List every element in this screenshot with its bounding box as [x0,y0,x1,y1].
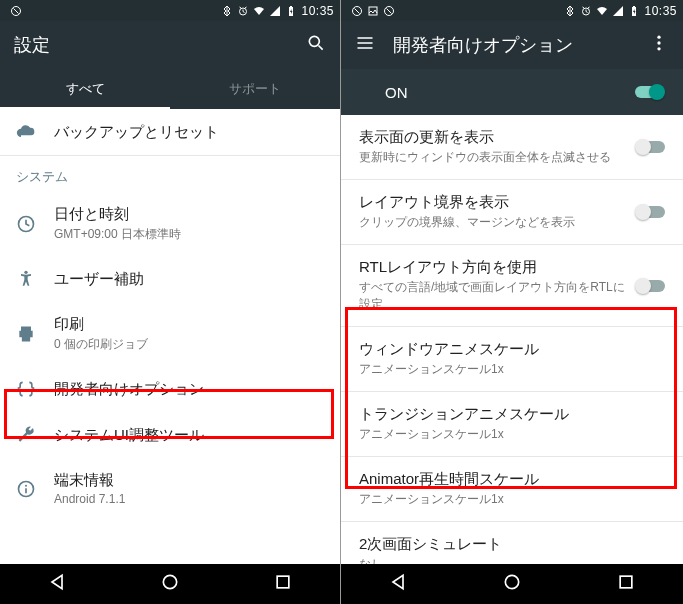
search-icon [306,33,326,53]
developer-options-screen: 10:35 開発者向けオプション ON 表示面の更新を表示更新時にウィンドウの表… [341,0,683,604]
page-title: 設定 [14,33,306,57]
info-icon [16,479,36,499]
image-icon [367,5,379,17]
item-animator-duration-scale[interactable]: Animator再生時間スケールアニメーションスケール1x [341,457,683,521]
page-title: 開発者向けオプション [393,33,649,57]
item-datetime[interactable]: 日付と時刻GMT+09:00 日本標準時 [0,192,340,256]
master-switch[interactable] [633,84,665,100]
more-vert-icon [649,33,669,53]
alarm-icon [237,5,249,17]
item-transition-anim-scale[interactable]: トランジションアニメスケールアニメーションスケール1x [341,392,683,456]
battery-icon [285,5,297,17]
switch-show-layout[interactable] [635,204,667,220]
switch-rtl[interactable] [635,278,667,294]
svg-rect-17 [620,576,632,588]
item-sysui-tuner[interactable]: システムUI調整ツール [0,412,340,458]
switch-show-updates[interactable] [635,139,667,155]
item-force-rtl[interactable]: RTLレイアウト方向を使用すべての言語/地域で画面レイアウト方向をRTLに設定 [341,245,683,326]
wifi-icon [596,5,608,17]
section-system-header: システム [0,156,340,192]
wifi-icon [253,5,265,17]
status-bar: 10:35 [0,0,340,21]
signal-icon [269,5,281,17]
bluetooth-icon [564,5,576,17]
search-button[interactable] [306,33,326,57]
bluetooth-icon [221,5,233,17]
clock-time: 10:35 [644,4,677,18]
item-window-anim-scale[interactable]: ウィンドウアニメスケールアニメーションスケール1x [341,327,683,391]
overview-icon [273,572,293,592]
nav-home[interactable] [502,572,522,596]
battery-icon [628,5,640,17]
svg-rect-8 [277,576,289,588]
hamburger-icon [355,33,375,53]
clock-time: 10:35 [301,4,334,18]
item-accessibility[interactable]: ユーザー補助 [0,256,340,302]
status-bar: 10:35 [341,0,683,21]
svg-point-4 [24,271,27,274]
item-show-layout-bounds[interactable]: レイアウト境界を表示クリップの境界線、マージンなどを表示 [341,180,683,244]
nav-home[interactable] [160,572,180,596]
wrench-icon [16,425,36,445]
nav-overview[interactable] [616,572,636,596]
navigation-bar [341,564,683,604]
item-print[interactable]: 印刷0 個の印刷ジョブ [0,302,340,366]
accessibility-icon [16,269,36,289]
alarm-icon [580,5,592,17]
item-backup-reset[interactable]: バックアップとリセット [0,109,340,155]
svg-point-7 [163,575,176,588]
app-bar: 設定 [0,21,340,69]
clock-icon [16,214,36,234]
item-about-phone[interactable]: 端末情報Android 7.1.1 [0,458,340,519]
master-toggle-row: ON [341,69,683,115]
app-bar: 開発者向けオプション [341,21,683,69]
settings-list: バックアップとリセット システム 日付と時刻GMT+09:00 日本標準時 ユー… [0,109,340,564]
notification-icon-2 [383,5,395,17]
nav-overview[interactable] [273,572,293,596]
signal-icon [612,5,624,17]
nav-back[interactable] [388,572,408,596]
tab-all[interactable]: すべて [0,69,170,109]
overview-icon [616,572,636,592]
item-developer-options[interactable]: 開発者向けオプション [0,366,340,412]
menu-button[interactable] [355,33,375,57]
item-simulate-secondary-display[interactable]: 2次画面シミュレートなし [341,522,683,564]
master-toggle-label: ON [385,84,408,101]
navigation-bar [0,564,340,604]
item-show-surface-updates[interactable]: 表示面の更新を表示更新時にウィンドウの表示面全体を点滅させる [341,115,683,179]
home-icon [160,572,180,592]
settings-screen: 10:35 設定 すべて サポート バックアップとリセット システム 日付と時刻… [0,0,341,604]
svg-point-14 [657,41,660,44]
svg-point-13 [657,36,660,39]
svg-point-15 [657,47,660,50]
braces-icon [16,379,36,399]
overflow-button[interactable] [649,33,669,57]
cloud-icon [16,122,36,142]
back-icon [47,572,67,592]
tab-support[interactable]: サポート [170,69,340,109]
printer-icon [16,324,36,344]
svg-point-2 [309,36,319,46]
back-icon [388,572,408,592]
home-icon [502,572,522,592]
tab-bar: すべて サポート [0,69,340,109]
svg-point-16 [505,575,518,588]
svg-point-6 [25,484,27,486]
notification-icon [351,5,363,17]
notification-icon [10,5,22,17]
devopts-list: 表示面の更新を表示更新時にウィンドウの表示面全体を点滅させる レイアウト境界を表… [341,115,683,564]
nav-back[interactable] [47,572,67,596]
